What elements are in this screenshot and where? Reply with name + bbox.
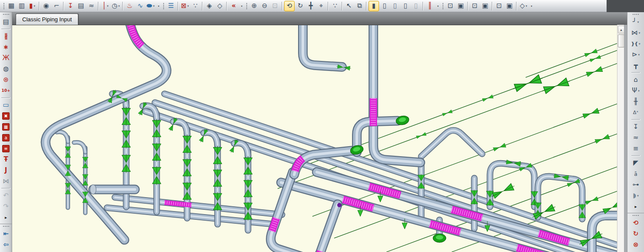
blue-flow-pipe-button[interactable]: ∿: [135, 1, 145, 11]
toolbar-grip[interactable]: [632, 13, 640, 16]
toolbar-overflow-button[interactable]: ▾: [529, 2, 534, 10]
node-grid-red-button[interactable]: ✖: [0, 111, 12, 121]
render-hidden-line-button[interactable]: ▯: [390, 1, 400, 11]
walk-mode-button[interactable]: ∵: [330, 1, 340, 11]
view-cube-f-button[interactable]: ▣: [505, 1, 514, 11]
bend-flag-button[interactable]: ⌐: [52, 1, 61, 11]
wave-profile-icon: ≈: [89, 3, 94, 9]
zoom-in-button[interactable]: ⊕: [249, 1, 259, 11]
toolbar-grip[interactable]: [442, 2, 444, 10]
scrollbar-up-button[interactable]: ▲: [618, 26, 624, 34]
render-translucent-button[interactable]: ▯: [411, 1, 421, 11]
node-text-button[interactable]: ā: [628, 169, 643, 179]
printer-form-button[interactable]: ▤: [0, 17, 12, 27]
node-delta-button[interactable]: Δˣ: [628, 108, 643, 118]
insert-hanger-button[interactable]: ↧: [628, 122, 643, 132]
hanger-grid-red-button[interactable]: ▦: [0, 122, 12, 132]
rotate-view-button[interactable]: ⟲: [284, 1, 295, 11]
toolbar-grip[interactable]: [2, 13, 10, 16]
render-solid-button[interactable]: ▮: [369, 1, 379, 11]
red-tee-button[interactable]: Ŧ: [0, 155, 12, 165]
wave-profile-button[interactable]: ≈: [628, 133, 643, 143]
undo-button[interactable]: ↶: [0, 191, 12, 201]
node-increment-button[interactable]: 10+: [0, 86, 12, 96]
insert-hanger-button[interactable]: ↧: [66, 1, 75, 11]
toolbar-grip[interactable]: [632, 214, 640, 217]
cut-element-button[interactable]: Ж: [0, 53, 12, 63]
toolbar-overflow-button[interactable]: ▾: [436, 2, 440, 10]
view-cube-b-button[interactable]: ▣: [456, 1, 466, 11]
reducer-button[interactable]: ⊳▾: [628, 50, 643, 60]
toolbar-expand-button[interactable]: ▸: [628, 202, 643, 212]
toolbox-button[interactable]: ▦: [7, 1, 16, 11]
walkthrough-figures-button[interactable]: ∵: [191, 1, 200, 11]
pipe-break-button[interactable]: ∦: [0, 31, 12, 41]
flange-button[interactable]: ╫: [628, 97, 643, 107]
diamond-left-button[interactable]: ◈: [205, 1, 214, 11]
error-file-button[interactable]: ⊠▾: [180, 1, 190, 11]
red-bend-j-button[interactable]: J: [0, 165, 12, 175]
piping-input-dialog-button[interactable]: ▥: [17, 1, 27, 11]
element-dialog-red-button[interactable]: ≡: [0, 144, 12, 154]
flag-marker-button[interactable]: ◤: [628, 158, 643, 168]
stacked-table-button[interactable]: ≡: [628, 144, 643, 154]
pan-view-button[interactable]: ╋: [306, 1, 315, 11]
rotate-globe-button[interactable]: ◍: [0, 64, 12, 74]
valve-outline-button[interactable]: ⋈: [0, 176, 12, 186]
view-cube-a-button[interactable]: ⊡: [446, 1, 455, 11]
navigate-back-button[interactable]: ⇦: [0, 240, 12, 250]
scrollbar-thumb[interactable]: [618, 34, 624, 47]
view-cube-e-button[interactable]: ⊡: [494, 1, 504, 11]
zoom-window-button[interactable]: ⊡: [270, 1, 280, 11]
gauge-button[interactable]: ◷▾: [111, 1, 121, 11]
node-pair-button[interactable]: ⊶: [628, 180, 643, 190]
red-bars-button[interactable]: ║: [425, 1, 435, 11]
toolbar-overflow-button[interactable]: ▾: [156, 2, 161, 10]
valve-button[interactable]: ⋈▾: [628, 28, 643, 38]
tab-classic-piping-input[interactable]: Classic Piping Input: [16, 13, 78, 25]
zoom-target-button[interactable]: ⌖: [316, 1, 326, 11]
diamond-document-button[interactable]: ◇: [215, 1, 225, 11]
node-marker-button[interactable]: ◉: [41, 1, 51, 11]
render-shaded-button[interactable]: ▯: [401, 1, 410, 11]
hanger-table-button[interactable]: ▤: [76, 1, 86, 11]
ruler-button[interactable]: ▭: [0, 100, 12, 110]
toolbar-grip[interactable]: [245, 2, 248, 10]
restraint-button[interactable]: ⌂: [628, 75, 643, 85]
blue-cylinder-button[interactable]: ⬬▾: [146, 1, 155, 11]
letter-a-red-button[interactable]: a: [0, 133, 12, 143]
piping-viewport[interactable]: [12, 25, 617, 252]
toolbar-expand-button[interactable]: ▸: [0, 212, 12, 222]
thermometer-button[interactable]: │▾: [101, 1, 110, 11]
toolbar-grip[interactable]: [3, 2, 5, 10]
toolbar-grip[interactable]: [162, 2, 165, 10]
toolbar-overflow-button[interactable]: ▾: [239, 2, 244, 10]
viewport-scrollbar[interactable]: ▲: [617, 25, 624, 252]
box-select-cursor-button[interactable]: ⧉: [355, 1, 364, 11]
tee-button[interactable]: ┳: [628, 60, 643, 71]
view-cube-d-button[interactable]: ▣: [480, 1, 490, 11]
half-cylinder-button[interactable]: ◗▾: [628, 191, 643, 201]
view-cube-c-button[interactable]: ⊡: [470, 1, 480, 11]
insert-element-button[interactable]: ∗: [0, 42, 12, 52]
red-blue-arrows-button[interactable]: «: [229, 1, 238, 11]
delete-node-blocks-button[interactable]: ⊗: [628, 240, 643, 250]
zoom-out-button[interactable]: ⊖: [260, 1, 269, 11]
bend-elbow-button[interactable]: ╯▾: [628, 17, 643, 27]
redo-button[interactable]: ↷: [0, 202, 12, 212]
diamond-view-button[interactable]: ◇▾: [519, 1, 528, 11]
wave-profile-button[interactable]: ≈: [87, 1, 96, 11]
list-options-button[interactable]: ☰: [166, 1, 176, 11]
hanger-button[interactable]: Ψ▾: [628, 86, 643, 96]
rotate-node-blocks-button[interactable]: ↻: [628, 229, 643, 239]
red-equipment-button[interactable]: ♨: [125, 1, 134, 11]
expansion-joint-button[interactable]: }{▾: [628, 39, 643, 49]
red-bend-button[interactable]: ▮▾: [27, 1, 37, 11]
navigate-first-button[interactable]: ⇤: [0, 229, 12, 239]
select-cursor-button[interactable]: ↖: [344, 1, 354, 11]
toolbar-grip[interactable]: [2, 225, 10, 228]
orbit-view-button[interactable]: ↻: [295, 1, 305, 11]
rotate-model-button[interactable]: ⟲: [628, 218, 643, 228]
new-plot-window-button[interactable]: ⊛: [0, 75, 12, 85]
render-wireframe-button[interactable]: ▯: [380, 1, 389, 11]
